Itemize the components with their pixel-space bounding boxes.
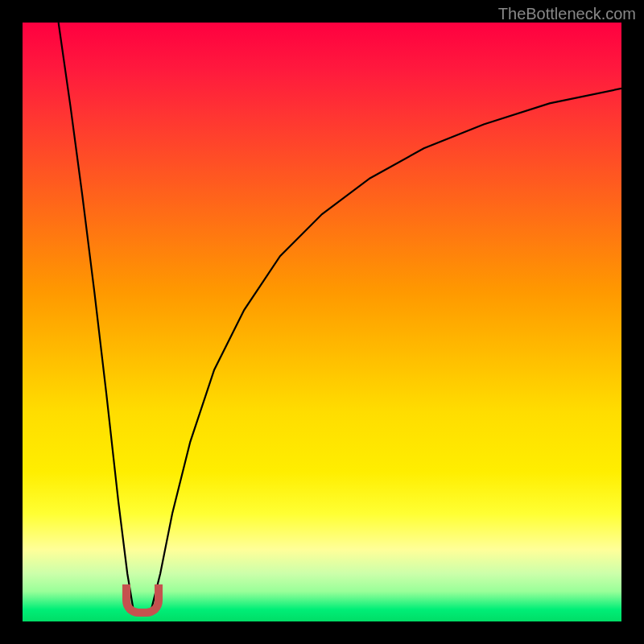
- plot-area: [23, 23, 621, 621]
- watermark-text: TheBottleneck.com: [498, 5, 636, 23]
- curve-svg: [23, 23, 621, 621]
- minimum-marker-icon: [122, 584, 163, 617]
- curve-left-branch: [59, 23, 134, 609]
- curve-right-branch: [151, 89, 621, 609]
